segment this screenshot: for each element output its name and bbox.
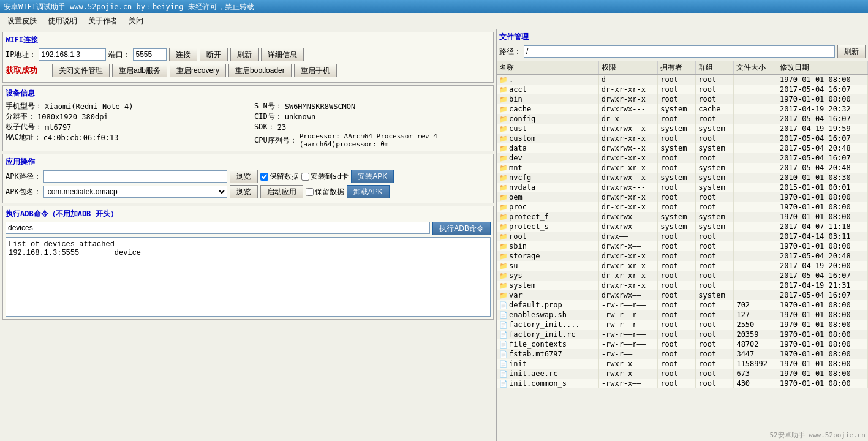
table-row[interactable]: mnt drwxr-xr-x root system 2017-05-04 20… <box>497 163 868 173</box>
table-row[interactable]: proc dr-xr-xr-x root root 1970-01-01 08:… <box>497 202 868 212</box>
execute-adb-button[interactable]: 执行ADB命令 <box>432 222 491 235</box>
table-row[interactable]: cust drwxrwx--x system system 2017-04-19… <box>497 124 868 134</box>
file-size <box>734 94 777 104</box>
path-input[interactable] <box>524 45 835 58</box>
table-row[interactable]: dev drwxr-xr-x root root 2017-05-04 16:0… <box>497 153 868 163</box>
file-name: custom <box>497 134 598 143</box>
table-row[interactable]: init -rwxr-x—— root root 1158992 1970-01… <box>497 359 868 369</box>
table-row[interactable]: sbin drwxr-x—— root root 1970-01-01 08:0… <box>497 241 868 251</box>
table-row[interactable]: default.prop -rw-r——r—— root root 702 19… <box>497 300 868 310</box>
table-row[interactable]: sys dr-xr-xr-x root root 2017-05-04 16:0… <box>497 271 868 281</box>
file-date: 1970-01-01 08:00 <box>777 379 868 388</box>
apk-package-select[interactable]: com.mediatek.omacp <box>43 186 227 198</box>
adb-command-input[interactable] <box>6 222 430 234</box>
restart-recovery-button[interactable]: 重启recovery <box>170 64 226 77</box>
keep-data-checkbox-1[interactable]: 保留数据 <box>260 172 299 182</box>
table-row[interactable]: protect_f drwxrwx—— system system 1970-0… <box>497 212 868 222</box>
table-row[interactable]: bin drwxr-xr-x root root 1970-01-01 08:0… <box>497 94 868 104</box>
file-date: 1970-01-01 08:00 <box>777 212 868 222</box>
file-name: system <box>497 281 598 290</box>
file-group: root <box>696 310 734 320</box>
table-row[interactable]: root drwx—— root root 2017-04-14 03:11 <box>497 232 868 241</box>
table-row[interactable]: factory_init.rc -rw-r——r—— root root 203… <box>497 330 868 339</box>
table-row[interactable]: nvdata drwxrwx--- root system 2015-01-01… <box>497 183 868 192</box>
file-perm: drwx—— <box>598 232 657 241</box>
file-owner: root <box>658 232 696 241</box>
table-row[interactable]: protect_s drwxrwx—— system system 2017-0… <box>497 222 868 232</box>
table-row[interactable]: acct dr-xr-xr-x root root 2017-05-04 16:… <box>497 85 868 94</box>
file-owner: root <box>658 163 696 173</box>
cid-value: unknown <box>285 113 316 121</box>
file-date: 2017-04-19 21:31 <box>777 281 868 290</box>
browse-button-1[interactable]: 浏览 <box>230 170 258 183</box>
file-group: system <box>696 173 734 183</box>
menu-close[interactable]: 关闭 <box>124 15 148 28</box>
menu-manual[interactable]: 使用说明 <box>43 15 82 28</box>
table-row[interactable]: cache drwxrwx--- system cache 2017-04-19… <box>497 104 868 114</box>
file-date: 2015-01-01 00:01 <box>777 183 868 192</box>
file-date: 1970-01-01 08:00 <box>777 75 868 85</box>
install-to-sd-checkbox[interactable]: 安装到sd卡 <box>301 172 349 182</box>
disconnect-button[interactable]: 断开 <box>200 48 228 61</box>
file-owner: root <box>658 251 696 261</box>
file-name: fstab.mt6797 <box>497 349 598 359</box>
port-label: 端口： <box>108 50 130 60</box>
file-group: cache <box>696 104 734 114</box>
file-perm: drwxr-xr-x <box>598 281 657 290</box>
file-size <box>734 290 777 300</box>
table-row[interactable]: custom drwxr-xr-x root root 2017-05-04 1… <box>497 134 868 143</box>
sn-value: SW6HMNSKR8WSCMON <box>285 102 356 111</box>
browse-button-2[interactable]: 浏览 <box>230 185 258 198</box>
phone-model-label: 手机型号： <box>6 101 42 111</box>
file-name: oem <box>497 192 598 202</box>
table-row[interactable]: fstab.mt6797 -rw-r—— root root 3447 1970… <box>497 349 868 359</box>
apk-path-input[interactable] <box>43 170 227 183</box>
table-row[interactable]: nvcfg drwxrwx--x system system 2010-01-0… <box>497 173 868 183</box>
port-input[interactable] <box>133 48 167 61</box>
file-size <box>734 251 777 261</box>
uninstall-button[interactable]: 卸载APK <box>347 185 390 198</box>
file-owner: root <box>658 290 696 300</box>
file-name: protect_f <box>497 212 598 222</box>
file-name: storage <box>497 251 598 261</box>
table-row[interactable]: system drwxr-xr-x root root 2017-04-19 2… <box>497 281 868 290</box>
keep-data-checkbox-2[interactable]: 保留数据 <box>306 187 344 197</box>
install-apk-button[interactable]: 安装APK <box>351 170 394 183</box>
detail-button[interactable]: 详细信息 <box>261 48 304 61</box>
restart-adb-button[interactable]: 重启adb服务 <box>112 64 167 77</box>
menu-skin[interactable]: 设置皮肤 <box>2 15 42 28</box>
file-date: 2017-05-04 20:48 <box>777 143 868 153</box>
file-group: root <box>696 85 734 94</box>
table-row[interactable]: init.aee.rc -rwxr-x—— root root 673 1970… <box>497 369 868 379</box>
start-app-button[interactable]: 启动应用 <box>260 185 303 198</box>
device-info-title: 设备信息 <box>6 88 491 99</box>
file-date: 2017-04-14 03:11 <box>777 232 868 241</box>
restart-phone-button[interactable]: 重启手机 <box>294 64 337 77</box>
ip-input[interactable] <box>39 48 106 61</box>
file-name: bin <box>497 94 598 104</box>
refresh-button[interactable]: 刷新 <box>230 48 259 61</box>
file-manager-refresh-button[interactable]: 刷新 <box>837 45 866 58</box>
close-file-button[interactable]: 关闭文件管理 <box>52 64 110 77</box>
menu-about[interactable]: 关于作者 <box>83 15 123 28</box>
connect-button[interactable]: 连接 <box>169 48 197 61</box>
table-row[interactable]: factory_init.... -rw-r——r—— root root 25… <box>497 320 868 330</box>
table-row[interactable]: data drwxrwx--x system system 2017-05-04… <box>497 143 868 153</box>
table-row[interactable]: . d———— root root 1970-01-01 08:00 <box>497 75 868 85</box>
file-size <box>734 183 777 192</box>
table-row[interactable]: init.common_s -rwxr-x—— root root 430 19… <box>497 379 868 388</box>
file-owner: system <box>658 143 696 153</box>
file-group: root <box>696 281 734 290</box>
file-owner: system <box>658 212 696 222</box>
table-row[interactable]: file_contexts -rw-r——r—— root root 48702… <box>497 339 868 349</box>
table-row[interactable]: config dr-x—— root root 2017-05-04 16:07 <box>497 114 868 124</box>
table-row[interactable]: su drwxr-xr-x root root 2017-04-19 20:00 <box>497 261 868 271</box>
table-row[interactable]: enableswap.sh -rw-r——r—— root root 127 1… <box>497 310 868 320</box>
file-group: root <box>696 359 734 369</box>
left-panel: WIFI连接 IP地址： 端口： 连接 断开 刷新 详细信息 获取成功 关闭文件… <box>0 29 496 441</box>
table-row[interactable]: oem drwxr-xr-x root root 1970-01-01 08:0… <box>497 192 868 202</box>
table-row[interactable]: var drwxrwx—— root system 2017-05-04 16:… <box>497 290 868 300</box>
file-name: init.common_s <box>497 379 598 388</box>
table-row[interactable]: storage drwxr-xr-x root root 2017-05-04 … <box>497 251 868 261</box>
restart-bootloader-button[interactable]: 重启bootloader <box>228 64 292 77</box>
